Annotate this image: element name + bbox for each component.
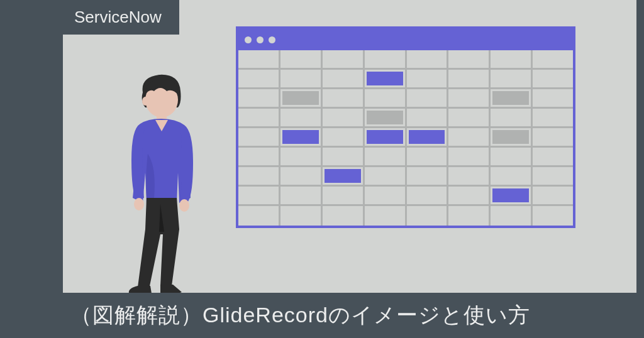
grid-cell xyxy=(238,206,280,226)
grid-cell xyxy=(533,109,573,126)
grid-cell xyxy=(365,128,407,146)
grid-cell xyxy=(365,50,407,68)
grid-cell xyxy=(280,187,323,204)
grid-cell xyxy=(238,50,280,68)
grid-cell xyxy=(533,50,573,68)
grid-cell xyxy=(491,50,533,68)
grid-cell xyxy=(491,187,533,204)
grid-row xyxy=(238,187,573,206)
grid-cell xyxy=(238,167,280,185)
grid-cell xyxy=(448,50,491,68)
grid-cell xyxy=(323,70,365,87)
grid-cell xyxy=(407,89,449,107)
cell-highlight xyxy=(492,130,529,144)
grid-cell xyxy=(407,70,449,87)
grid-row xyxy=(238,206,573,226)
grid-cell xyxy=(491,206,533,226)
grid-cell xyxy=(323,50,365,68)
svg-point-1 xyxy=(142,97,148,106)
grid-cell xyxy=(448,109,491,126)
title-bar: （図解解説）GlideRecordのイメージと使い方 xyxy=(63,293,636,338)
grid-cell xyxy=(323,128,365,146)
grid-cell xyxy=(323,148,365,165)
svg-point-4 xyxy=(179,199,189,212)
grid-cell xyxy=(323,206,365,226)
grid-cell xyxy=(491,89,533,107)
grid-cell xyxy=(238,70,280,87)
grid-cell xyxy=(323,187,365,204)
window-control-dot xyxy=(257,36,264,43)
grid-cell xyxy=(491,167,533,185)
left-sidebar xyxy=(0,0,63,338)
grid-cell xyxy=(365,109,407,126)
cell-highlight xyxy=(325,169,361,183)
grid-cell xyxy=(533,206,573,226)
grid-cell xyxy=(448,187,491,204)
spreadsheet-window xyxy=(236,26,575,228)
grid-cell xyxy=(238,89,280,107)
data-grid xyxy=(238,50,573,226)
grid-row xyxy=(238,89,573,109)
grid-cell xyxy=(533,70,573,87)
svg-point-3 xyxy=(134,198,144,210)
cell-highlight xyxy=(409,130,445,144)
grid-row xyxy=(238,50,573,70)
grid-cell xyxy=(407,109,449,126)
grid-cell xyxy=(365,70,407,87)
grid-cell xyxy=(280,206,323,226)
grid-cell xyxy=(407,50,449,68)
grid-cell xyxy=(448,128,491,146)
grid-cell xyxy=(448,148,491,165)
grid-cell xyxy=(533,167,573,185)
cell-highlight xyxy=(492,91,529,105)
grid-cell xyxy=(280,70,323,87)
cell-highlight xyxy=(492,188,529,202)
window-control-dot xyxy=(269,36,275,43)
grid-cell xyxy=(365,148,407,165)
grid-cell xyxy=(491,109,533,126)
grid-cell xyxy=(280,148,323,165)
grid-row xyxy=(238,109,573,128)
grid-cell xyxy=(365,206,407,226)
grid-cell xyxy=(407,148,449,165)
grid-cell xyxy=(533,187,573,204)
grid-cell xyxy=(448,167,491,185)
grid-cell xyxy=(365,167,407,185)
grid-row xyxy=(238,167,573,187)
cell-highlight xyxy=(282,91,319,105)
grid-cell xyxy=(491,70,533,87)
cell-highlight xyxy=(367,72,403,85)
grid-cell xyxy=(238,148,280,165)
grid-cell xyxy=(407,167,449,185)
window-titlebar xyxy=(238,29,573,50)
grid-cell xyxy=(533,148,573,165)
grid-cell xyxy=(238,187,280,204)
grid-cell xyxy=(365,89,407,107)
grid-cell xyxy=(238,128,280,146)
grid-cell xyxy=(533,89,573,107)
grid-cell xyxy=(448,70,491,87)
grid-cell xyxy=(491,148,533,165)
grid-cell xyxy=(280,50,323,68)
grid-cell xyxy=(407,128,449,146)
grid-cell xyxy=(280,109,323,126)
cell-highlight xyxy=(367,130,403,144)
grid-cell xyxy=(491,128,533,146)
grid-row xyxy=(238,128,573,148)
grid-cell xyxy=(533,128,573,146)
grid-row xyxy=(238,70,573,89)
grid-cell xyxy=(323,109,365,126)
grid-cell xyxy=(323,167,365,185)
grid-cell xyxy=(323,89,365,107)
grid-cell xyxy=(365,187,407,204)
cell-highlight xyxy=(282,130,319,144)
cell-highlight xyxy=(367,111,403,124)
page-title: （図解解説）GlideRecordのイメージと使い方 xyxy=(70,301,530,330)
grid-cell xyxy=(448,89,491,107)
window-control-dot xyxy=(245,36,252,43)
grid-cell xyxy=(407,187,449,204)
grid-cell xyxy=(238,109,280,126)
category-tag: ServiceNow xyxy=(63,0,179,35)
grid-cell xyxy=(448,206,491,226)
grid-cell xyxy=(407,206,449,226)
